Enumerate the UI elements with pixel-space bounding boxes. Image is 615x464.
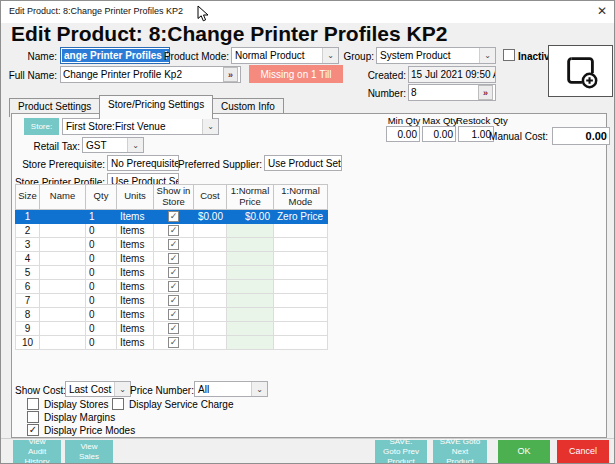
size-cell[interactable]: 6 (16, 279, 40, 293)
number-input[interactable]: 8 » (408, 84, 496, 101)
qty-cell[interactable]: 1 (86, 209, 117, 223)
show-in-store-cell[interactable]: ✓ (154, 223, 194, 237)
size-cell[interactable]: 3 (16, 237, 40, 251)
show-in-store-cell[interactable]: ✓ (154, 307, 194, 321)
show-cost-select[interactable]: Last Cost ⌄ (65, 381, 131, 397)
size-cell[interactable]: 4 (16, 251, 40, 265)
show-in-store-cell[interactable]: ✓ (154, 279, 194, 293)
normal-price-cell[interactable] (227, 293, 274, 307)
column-header[interactable]: Show in Store (154, 185, 194, 210)
column-header[interactable]: 1:Normal Mode (274, 185, 328, 210)
show-in-store-checkbox[interactable]: ✓ (168, 267, 179, 278)
normal-mode-cell[interactable] (274, 223, 328, 237)
size-cell[interactable]: 7 (16, 293, 40, 307)
show-in-store-cell[interactable]: ✓ (154, 265, 194, 279)
cost-cell[interactable] (194, 293, 227, 307)
normal-mode-cell[interactable] (274, 237, 328, 251)
cost-cell[interactable] (194, 223, 227, 237)
qty-cell[interactable]: 0 (86, 293, 117, 307)
table-row[interactable]: 70Items✓ (16, 293, 328, 307)
table-row[interactable]: 80Items✓ (16, 307, 328, 321)
display-margins-checkbox[interactable] (27, 411, 39, 423)
normal-price-cell[interactable] (227, 279, 274, 293)
units-cell[interactable]: Items (117, 279, 154, 293)
name-cell[interactable] (40, 251, 86, 265)
cost-cell[interactable] (194, 265, 227, 279)
name-cell[interactable] (40, 321, 86, 335)
normal-price-cell[interactable] (227, 237, 274, 251)
size-cell[interactable]: 1 (16, 209, 40, 223)
store-prerequisite-select[interactable]: No Prerequisite ⌄ (107, 155, 179, 171)
normal-mode-cell[interactable] (274, 279, 328, 293)
normal-mode-cell[interactable] (274, 321, 328, 335)
units-cell[interactable]: Items (117, 321, 154, 335)
show-in-store-checkbox[interactable]: ✓ (168, 309, 179, 320)
units-cell[interactable]: Items (117, 237, 154, 251)
name-cell[interactable] (40, 335, 86, 349)
normal-mode-cell[interactable]: Zero Price (274, 209, 328, 223)
name-cell[interactable] (40, 209, 86, 223)
normal-price-cell[interactable] (227, 251, 274, 265)
show-in-store-cell[interactable]: ✓ (154, 237, 194, 251)
size-cell[interactable]: 8 (16, 307, 40, 321)
table-row[interactable]: 11Items✓$0.00$0.00Zero Price (16, 209, 328, 223)
manual-cost-input[interactable]: 0.00 (552, 127, 610, 145)
name-cell[interactable] (40, 279, 86, 293)
table-row[interactable]: 20Items✓ (16, 223, 328, 237)
view-audit-history-button[interactable]: View Audit History (13, 440, 61, 463)
normal-mode-cell[interactable] (274, 293, 328, 307)
normal-mode-cell[interactable] (274, 265, 328, 279)
cost-cell[interactable] (194, 321, 227, 335)
min-qty-input[interactable]: 0.00 (386, 126, 420, 142)
expand-icon[interactable]: » (223, 67, 238, 82)
size-cell[interactable]: 5 (16, 265, 40, 279)
qty-cell[interactable]: 0 (86, 237, 117, 251)
name-cell[interactable] (40, 237, 86, 251)
group-select[interactable]: System Product ⌄ (376, 47, 496, 64)
show-in-store-cell[interactable]: ✓ (154, 335, 194, 349)
qty-cell[interactable]: 0 (86, 307, 117, 321)
column-header[interactable]: 1:Normal Price (227, 185, 274, 210)
column-header[interactable]: Qty (86, 185, 117, 210)
table-row[interactable]: 50Items✓ (16, 265, 328, 279)
show-in-store-checkbox[interactable]: ✓ (168, 211, 179, 222)
max-qty-input[interactable]: 0.00 (422, 126, 456, 142)
units-cell[interactable]: Items (117, 265, 154, 279)
display-service-charge-checkbox[interactable] (112, 398, 124, 410)
cost-cell[interactable] (194, 307, 227, 321)
size-cell[interactable]: 9 (16, 321, 40, 335)
save-goto-prev-product-button[interactable]: SAVE. Goto Prev Product (375, 440, 427, 463)
table-row[interactable]: 40Items✓ (16, 251, 328, 265)
cost-cell[interactable] (194, 251, 227, 265)
name-input[interactable]: ange Printer Profiles KP2 (60, 47, 170, 64)
show-in-store-checkbox[interactable]: ✓ (168, 323, 179, 334)
cost-cell[interactable] (194, 279, 227, 293)
column-header[interactable]: Units (117, 185, 154, 210)
size-cell[interactable]: 2 (16, 223, 40, 237)
qty-cell[interactable]: 0 (86, 321, 117, 335)
show-in-store-cell[interactable]: ✓ (154, 321, 194, 335)
table-row[interactable]: 30Items✓ (16, 237, 328, 251)
show-in-store-checkbox[interactable]: ✓ (168, 337, 179, 348)
display-price-modes-checkbox[interactable]: ✓ (27, 424, 39, 436)
duplicate-product-button[interactable] (548, 45, 613, 97)
ok-button[interactable]: OK (498, 440, 550, 463)
units-cell[interactable]: Items (117, 251, 154, 265)
qty-cell[interactable]: 0 (86, 251, 117, 265)
show-in-store-checkbox[interactable]: ✓ (168, 225, 179, 236)
normal-mode-cell[interactable] (274, 307, 328, 321)
normal-price-cell[interactable] (227, 223, 274, 237)
units-cell[interactable]: Items (117, 223, 154, 237)
name-cell[interactable] (40, 307, 86, 321)
full-name-input[interactable]: Change Printer Profile Kp2 » (60, 66, 241, 83)
show-in-store-checkbox[interactable]: ✓ (168, 239, 179, 250)
units-cell[interactable]: Items (117, 335, 154, 349)
column-header[interactable]: Cost (194, 185, 227, 210)
cost-cell[interactable]: $0.00 (194, 209, 227, 223)
qty-cell[interactable]: 0 (86, 223, 117, 237)
show-in-store-checkbox[interactable]: ✓ (168, 253, 179, 264)
qty-cell[interactable]: 0 (86, 335, 117, 349)
table-row[interactable]: 100Items✓ (16, 335, 328, 349)
qty-cell[interactable]: 0 (86, 279, 117, 293)
normal-mode-cell[interactable] (274, 251, 328, 265)
